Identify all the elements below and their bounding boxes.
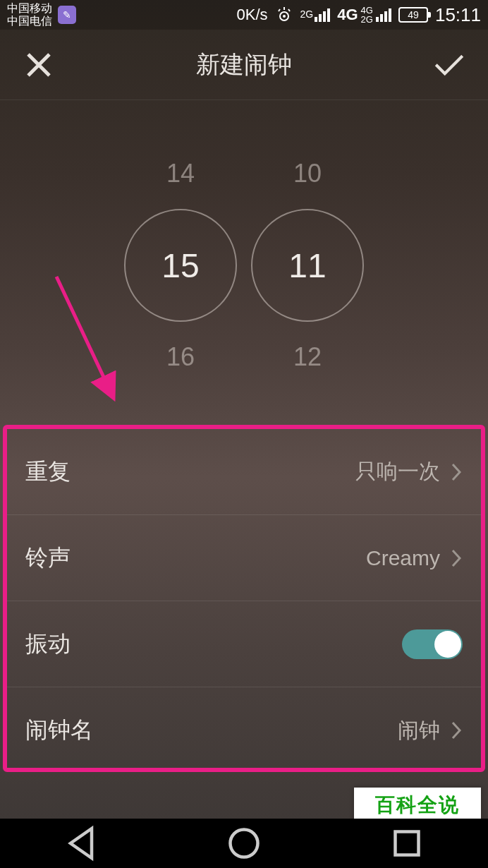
eye-comfort-icon	[275, 6, 293, 24]
hour-column[interactable]: 14 15 16	[124, 145, 237, 385]
clock-time: 15:11	[435, 4, 481, 26]
status-right: 0K/s 2G 4G 4G 2G 49 15:11	[237, 4, 482, 26]
annotation-arrow	[49, 277, 134, 418]
alarm-name-label: 闹钟名	[25, 715, 398, 746]
vibrate-row[interactable]: 振动	[7, 601, 481, 687]
signal-1: 2G	[300, 8, 331, 22]
cancel-button[interactable]	[21, 47, 56, 83]
status-bar: 中国移动 中国电信 ✎ 0K/s 2G 4G 4G 2G 49	[0, 0, 488, 30]
ringtone-value: Creamy	[366, 546, 440, 570]
minute-next: 12	[293, 329, 322, 385]
repeat-label: 重复	[25, 457, 355, 488]
watermark-title: 百科全说	[375, 792, 460, 819]
alarm-name-row[interactable]: 闹钟名 闹钟	[7, 687, 481, 773]
battery-icon: 49	[398, 7, 428, 23]
repeat-row[interactable]: 重复 只响一次	[7, 429, 481, 515]
network-speed: 0K/s	[237, 6, 268, 24]
ringtone-row[interactable]: 铃声 Creamy	[7, 515, 481, 601]
carrier-2: 中国电信	[7, 15, 52, 28]
chevron-right-icon	[450, 462, 463, 483]
time-picker[interactable]: 14 15 16 10 11 12	[0, 100, 488, 430]
page-title: 新建闹钟	[196, 49, 292, 81]
navigation-bar	[0, 819, 488, 868]
vibrate-toggle[interactable]	[402, 629, 463, 659]
svg-point-1	[283, 15, 286, 18]
svg-line-2	[56, 277, 113, 397]
settings-highlight-box: 重复 只响一次 铃声 Creamy 振动 闹钟名 闹钟	[3, 425, 485, 772]
back-button[interactable]	[60, 822, 102, 864]
carrier-labels: 中国移动 中国电信	[7, 2, 52, 28]
app-notification-icon: ✎	[58, 6, 76, 24]
minute-selected[interactable]: 11	[251, 209, 364, 322]
screen: 中国移动 中国电信 ✎ 0K/s 2G 4G 4G 2G 49	[0, 0, 488, 868]
chevron-right-icon	[450, 720, 463, 741]
confirm-button[interactable]	[432, 47, 467, 83]
minute-column[interactable]: 10 11 12	[251, 145, 364, 385]
svg-rect-4	[395, 832, 418, 855]
alarm-name-value: 闹钟	[398, 716, 440, 745]
home-button[interactable]	[223, 822, 265, 864]
carrier-1: 中国移动	[7, 2, 52, 15]
repeat-value: 只响一次	[355, 457, 440, 486]
signal-2: 4G 4G 2G	[337, 6, 391, 24]
recent-apps-button[interactable]	[386, 822, 428, 864]
minute-prev: 10	[293, 145, 322, 202]
vibrate-label: 振动	[25, 629, 402, 660]
svg-point-3	[230, 830, 257, 857]
hour-selected[interactable]: 15	[124, 209, 237, 322]
app-header: 新建闹钟	[0, 30, 488, 100]
ringtone-label: 铃声	[25, 543, 366, 574]
chevron-right-icon	[450, 548, 463, 569]
hour-prev: 14	[166, 145, 195, 202]
hour-next: 16	[166, 329, 195, 385]
